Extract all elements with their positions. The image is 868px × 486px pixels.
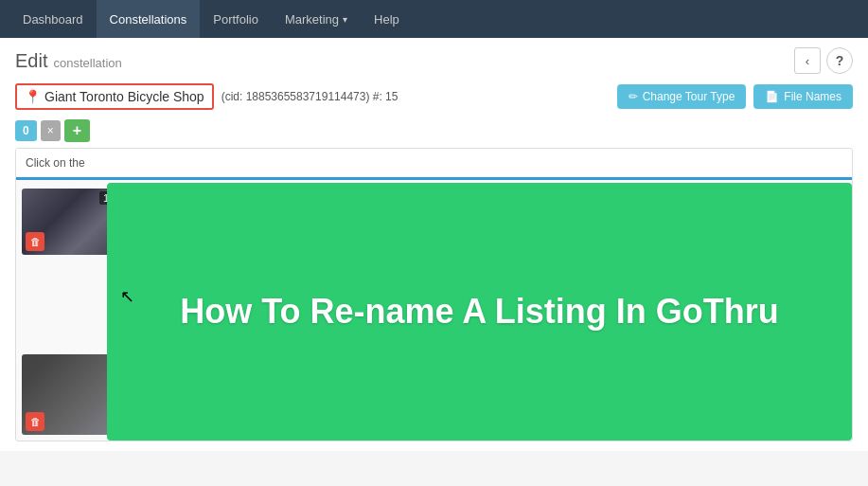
file-names-button[interactable]: 📄 File Names xyxy=(753,84,853,109)
edit-icon: ✏ xyxy=(629,90,638,103)
listing-name: Giant Toronto Bicycle Shop xyxy=(44,89,204,104)
count-badge: 0 xyxy=(15,120,37,141)
listing-info: 📍 Giant Toronto Bicycle Shop (cid: 18853… xyxy=(15,83,398,110)
instruction-text: Click on the xyxy=(16,149,852,180)
listing-name-box: 📍 Giant Toronto Bicycle Shop xyxy=(15,83,214,110)
navbar: Dashboard Constellations Portfolio Marke… xyxy=(0,0,868,38)
chevron-down-icon: ▾ xyxy=(343,14,347,25)
back-button[interactable]: ‹ xyxy=(794,47,821,74)
main-content: Edit constellation ‹ ? 📍 Giant Toronto B… xyxy=(0,38,868,451)
pin-icon: 📍 xyxy=(25,89,41,104)
nav-constellations[interactable]: Constellations xyxy=(97,0,201,38)
listing-row: 📍 Giant Toronto Bicycle Shop (cid: 18853… xyxy=(15,83,853,110)
clear-button[interactable]: × xyxy=(41,120,61,141)
breadcrumb-row: Edit constellation ‹ ? xyxy=(15,47,853,74)
breadcrumb-actions: ‹ ? xyxy=(794,47,853,74)
help-button[interactable]: ? xyxy=(826,47,853,74)
thumbnail-1[interactable]: 1 🗑 xyxy=(22,189,116,255)
change-tour-type-button[interactable]: ✏ Change Tour Type xyxy=(617,84,747,109)
nav-marketing[interactable]: Marketing ▾ xyxy=(272,0,361,38)
tutorial-overlay: How To Re-name A Listing In GoThru xyxy=(107,183,852,441)
add-button[interactable]: + xyxy=(64,119,90,142)
listing-actions: ✏ Change Tour Type 📄 File Names xyxy=(617,84,853,109)
thumb-delete-1[interactable]: 🗑 xyxy=(26,232,44,251)
content-area: Click on the 1 🗑 4 🗑 How To Re-name A Li… xyxy=(15,148,853,441)
breadcrumb-sub: constellation xyxy=(53,56,121,70)
file-icon: 📄 xyxy=(765,90,779,103)
thumb-top-1-container: 1 🗑 xyxy=(22,189,116,255)
breadcrumb-left: Edit constellation xyxy=(15,50,122,72)
thumb-delete-5[interactable]: 🗑 xyxy=(26,412,44,431)
breadcrumb-edit: Edit xyxy=(15,50,47,72)
nav-help[interactable]: Help xyxy=(361,0,413,38)
overlay-text: How To Re-name A Listing In GoThru xyxy=(161,271,798,353)
toolbar: 0 × + xyxy=(15,119,853,142)
listing-cid: (cid: 1885365583719114473) #: 15 xyxy=(221,90,399,103)
nav-dashboard[interactable]: Dashboard xyxy=(9,0,97,38)
nav-portfolio[interactable]: Portfolio xyxy=(200,0,272,38)
